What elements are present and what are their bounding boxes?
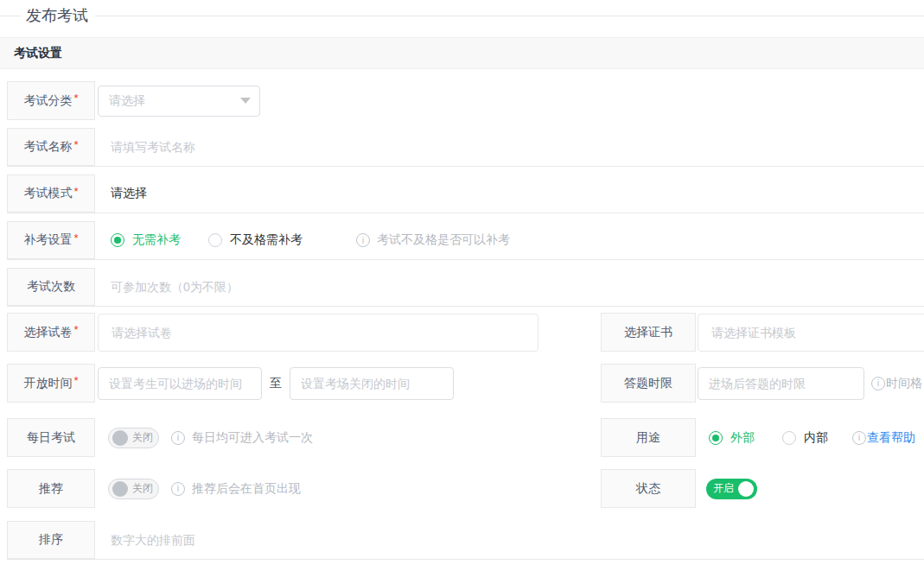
recommend-column: 推荐 关闭 推荐后会在首页出现 [7, 469, 540, 508]
answer-limit-column: 答题时限 时间格 [601, 364, 924, 403]
row-sort: 排序 [7, 521, 924, 560]
radio-fail-needs-makeup[interactable]: 不及格需补考 [208, 232, 303, 248]
radio-label: 内部 [804, 430, 828, 446]
row-makeup-setting: 补考设置* 无需补考 不及格需补考 考试不及格是否可以补考 [7, 221, 924, 260]
required-mark: * [73, 139, 78, 150]
row-exam-name: 考试名称* [7, 128, 924, 167]
open-time-column: 开放时间* 至 [7, 364, 540, 403]
radio-external[interactable]: 外部 [709, 430, 755, 446]
exam-category-label: 考试分类* [7, 81, 95, 120]
answer-limit-label: 答题时限 [601, 364, 696, 403]
certificate-column: 选择证书 [601, 313, 924, 352]
radio-internal[interactable]: 内部 [782, 430, 828, 446]
row-open-time-answer-limit: 开放时间* 至 答题时限 时间格 [7, 364, 924, 403]
recommend-switch[interactable]: 关闭 [108, 479, 159, 499]
row-exam-mode: 考试模式* 请选择 [7, 175, 924, 213]
makeup-setting-label: 补考设置* [7, 221, 95, 259]
radio-icon [709, 431, 723, 445]
certificate-select-input[interactable] [698, 314, 924, 352]
open-time-start-input[interactable] [98, 367, 262, 400]
exam-category-select-placeholder: 请选择 [109, 93, 145, 109]
exam-settings-form: 考试分类* 请选择 考试名称* 考试模式* 请选择 补考设置* [0, 81, 924, 560]
exam-mode-select[interactable]: 请选择 [95, 186, 147, 201]
daily-exam-hint: 每日均可进入考试一次 [171, 430, 313, 446]
time-range-separator: 至 [270, 376, 282, 391]
answer-limit-input[interactable] [698, 367, 864, 400]
switch-label: 开启 [713, 481, 734, 496]
switch-label: 关闭 [132, 481, 153, 496]
exam-name-label: 考试名称* [7, 128, 95, 166]
exam-category-select[interactable]: 请选择 [98, 86, 260, 117]
radio-no-makeup[interactable]: 无需补考 [111, 232, 181, 248]
view-help-link[interactable]: 查看帮助 [867, 430, 915, 446]
daily-exam-switch[interactable]: 关闭 [108, 428, 159, 448]
radio-icon [111, 233, 124, 247]
radio-icon [782, 431, 796, 445]
info-icon [171, 482, 185, 496]
section-header-exam-settings: 考试设置 [0, 37, 924, 69]
sort-label: 排序 [7, 521, 95, 559]
divider [95, 16, 924, 16]
required-mark: * [73, 92, 78, 104]
open-time-end-input[interactable] [290, 367, 454, 400]
divider [0, 16, 21, 16]
required-mark: * [73, 186, 78, 197]
makeup-hint: 考试不及格是否可以补考 [356, 232, 510, 248]
answer-limit-hint: 时间格 [871, 376, 922, 391]
sort-input[interactable] [95, 522, 924, 558]
required-mark: * [73, 324, 78, 335]
info-icon [356, 233, 370, 247]
page-title: 发布考试 [21, 5, 95, 26]
row-exam-category: 考试分类* 请选择 [7, 81, 924, 120]
publish-exam-page: 发布考试 考试设置 考试分类* 请选择 考试名称* 考试模式* [0, 0, 924, 565]
section-header-label: 考试设置 [14, 46, 62, 61]
certificate-label: 选择证书 [601, 313, 696, 352]
usage-column: 用途 外部 内部 查看帮助 [601, 418, 924, 457]
switch-knob [112, 430, 128, 446]
chevron-down-icon [240, 98, 251, 104]
daily-exam-column: 每日考试 关闭 每日均可进入考试一次 [7, 418, 540, 457]
paper-select-input[interactable] [98, 314, 538, 352]
row-exam-times: 考试次数 [7, 268, 924, 307]
daily-exam-label: 每日考试 [7, 418, 95, 457]
usage-help: 查看帮助 [852, 430, 915, 446]
required-mark: * [73, 232, 78, 244]
switch-knob [112, 481, 128, 497]
radio-label: 无需补考 [132, 232, 181, 248]
exam-times-input[interactable] [95, 269, 924, 305]
row-recommend-status: 推荐 关闭 推荐后会在首页出现 状态 开启 [7, 469, 924, 508]
page-title-bar: 发布考试 [0, 3, 924, 28]
status-switch[interactable]: 开启 [706, 479, 757, 499]
row-paper-certificate: 选择试卷* 选择证书 [7, 313, 924, 352]
status-label: 状态 [601, 469, 696, 508]
info-icon [852, 431, 866, 445]
switch-knob [738, 481, 754, 497]
recommend-hint: 推荐后会在首页出现 [171, 481, 301, 497]
exam-mode-label: 考试模式* [7, 175, 95, 213]
info-icon [871, 377, 885, 390]
recommend-label: 推荐 [7, 469, 95, 508]
switch-label: 关闭 [132, 430, 153, 445]
exam-name-input[interactable] [95, 129, 924, 165]
info-icon [171, 431, 185, 445]
paper-column: 选择试卷* [7, 313, 540, 352]
status-column: 状态 开启 [601, 469, 924, 508]
usage-label: 用途 [601, 418, 696, 457]
radio-icon [208, 233, 222, 247]
required-mark: * [73, 375, 78, 386]
exam-times-label: 考试次数 [7, 268, 95, 306]
paper-label: 选择试卷* [7, 313, 95, 352]
open-time-label: 开放时间* [7, 364, 95, 403]
radio-label: 不及格需补考 [230, 232, 303, 248]
row-daily-exam-usage: 每日考试 关闭 每日均可进入考试一次 用途 外部 [7, 418, 924, 457]
radio-label: 外部 [730, 430, 755, 446]
